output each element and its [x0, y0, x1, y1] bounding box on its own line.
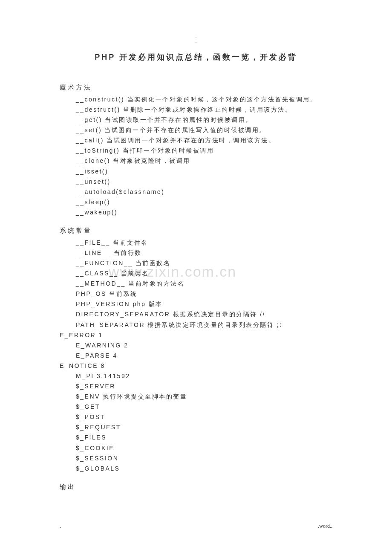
- const-line: $_POST: [60, 412, 332, 422]
- magic-line: __call() 当试图调用一个对象并不存在的方法时，调用该方法。: [60, 135, 332, 145]
- footer-right-text: .word..: [318, 523, 332, 529]
- const-line: __CLASS__ 当前类名: [60, 268, 332, 278]
- top-dot-1: .: [60, 34, 332, 39]
- magic-line: __set() 当试图向一个并不存在的属性写入值的时候被调用。: [60, 125, 332, 135]
- section-heading-output: 输出: [60, 483, 332, 491]
- const-line: $_REQUEST: [60, 422, 332, 432]
- magic-line: __clone() 当对象被克隆时，被调用: [60, 156, 332, 166]
- const-line: $_SERVER: [60, 381, 332, 391]
- magic-line: __unset(): [60, 176, 332, 187]
- const-line-enotice: E_NOTICE 8: [60, 361, 332, 371]
- const-line: M_PI 3.141592: [60, 371, 332, 381]
- footer-left-dot: .: [60, 523, 61, 529]
- section-heading-magic: 魔术方法: [60, 84, 332, 92]
- const-line: $_FILES: [60, 432, 332, 442]
- top-dot-2: .: [60, 39, 332, 43]
- magic-line: __toString() 当打印一个对象的时候被调用: [60, 145, 332, 156]
- const-line: $_GLOBALS: [60, 463, 332, 474]
- const-line: PHP_OS 当前系统: [60, 289, 332, 299]
- top-marker: . .: [60, 34, 332, 43]
- const-line: PATH_SEPARATOR 根据系统决定环境变量的目录列表分隔符 ;:: [60, 320, 332, 330]
- const-line: E_PARSE 4: [60, 350, 332, 361]
- const-line: __LINE__ 当前行数: [60, 248, 332, 258]
- const-line: $_GET: [60, 402, 332, 412]
- const-line: E_WARNING 2: [60, 340, 332, 350]
- const-line: __FUNCTION__ 当前函数名: [60, 258, 332, 268]
- section-heading-constants: 系统常量: [60, 227, 332, 235]
- const-line: $_ENV 执行环境提交至脚本的变量: [60, 391, 332, 402]
- const-line: $_SESSION: [60, 453, 332, 463]
- magic-line: __wakeup(): [60, 207, 332, 217]
- page-footer: . .word..: [60, 523, 332, 529]
- magic-line: __isset(): [60, 166, 332, 176]
- const-line: $_COOKIE: [60, 443, 332, 453]
- magic-line: __get() 当试图读取一个并不存在的属性的时候被调用。: [60, 115, 332, 125]
- const-line: __FILE__ 当前文件名: [60, 237, 332, 248]
- magic-line: __destruct() 当删除一个对象或对象操作终止的时候，调用该方法。: [60, 104, 332, 115]
- magic-line: __autoload($classname): [60, 187, 332, 197]
- magic-line: __sleep(): [60, 197, 332, 207]
- const-line-eerror: E_ERROR 1: [60, 330, 332, 340]
- const-line: PHP_VERSION php 版本: [60, 299, 332, 309]
- magic-line: __construct() 当实例化一个对象的时候，这个对象的这个方法首先被调用…: [60, 94, 332, 104]
- page-content: . . PHP 开发必用知识点总结，函数一览，开发必背 魔术方法 __const…: [0, 0, 392, 511]
- const-line: __METHOD__ 当前对象的方法名: [60, 278, 332, 289]
- document-title: PHP 开发必用知识点总结，函数一览，开发必背: [60, 52, 332, 62]
- const-line: DIRECTORY_SEPARATOR 根据系统决定目录的分隔符 /\: [60, 309, 332, 319]
